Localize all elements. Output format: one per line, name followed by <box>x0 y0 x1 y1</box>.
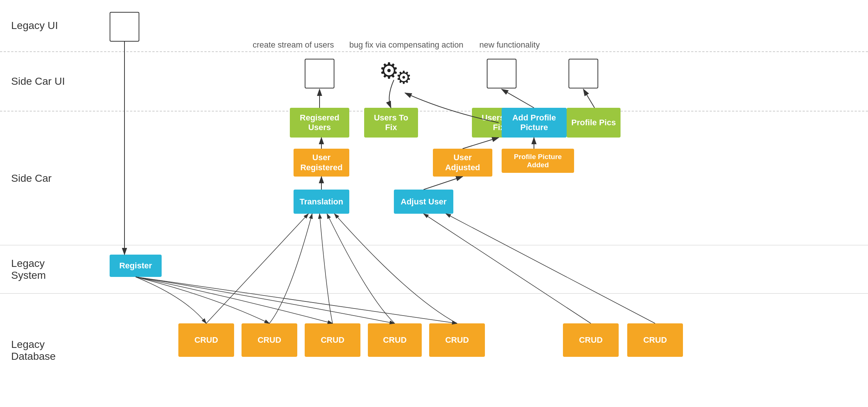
adjust-user-node: Adjust User <box>394 190 453 214</box>
add-profile-picture-node: Add Profile Picture <box>502 108 567 138</box>
user-registered-node: User Registered <box>294 149 349 177</box>
lane-sidecar-label: Side Car <box>0 172 82 184</box>
lane-sidecar: Side Car <box>0 112 868 245</box>
section-header-new: new functionality <box>479 40 540 50</box>
crud-2: CRUD <box>242 323 297 357</box>
register-node: Register <box>110 255 162 277</box>
lane-sidecar-ui-label: Side Car UI <box>0 75 82 87</box>
registered-users-node: Regisered Users <box>290 108 349 138</box>
sidecar-ui-square-3 <box>569 59 598 88</box>
translation-node: Translation <box>294 190 349 214</box>
section-header-create: create stream of users <box>253 40 334 50</box>
crud-4: CRUD <box>368 323 422 357</box>
legacy-ui-square <box>110 12 139 42</box>
profile-picture-added-node: Profile Picture Added <box>502 149 574 173</box>
lane-legacy-ui-label: Legacy UI <box>0 20 82 32</box>
users-to-fix-1-node: Users To Fix <box>364 108 418 138</box>
section-header-bugfix: bug fix via compensating action <box>349 40 463 50</box>
user-adjusted-node: User Adjusted <box>433 149 492 177</box>
crud-3: CRUD <box>305 323 360 357</box>
sidecar-ui-square-2 <box>487 59 516 88</box>
crud-5: CRUD <box>429 323 485 357</box>
lane-legacy-system-label: Legacy System <box>0 258 82 281</box>
crud-7: CRUD <box>627 323 683 357</box>
lane-sidecar-ui: Side Car UI <box>0 52 868 112</box>
gear-icon-2: ⚙ <box>396 67 412 88</box>
profile-pics-node: Profile Pics <box>567 108 621 138</box>
lane-legacy-database-label: Legacy Database <box>0 339 82 362</box>
crud-6: CRUD <box>563 323 619 357</box>
sidecar-ui-square-1 <box>305 59 334 88</box>
crud-1: CRUD <box>178 323 234 357</box>
